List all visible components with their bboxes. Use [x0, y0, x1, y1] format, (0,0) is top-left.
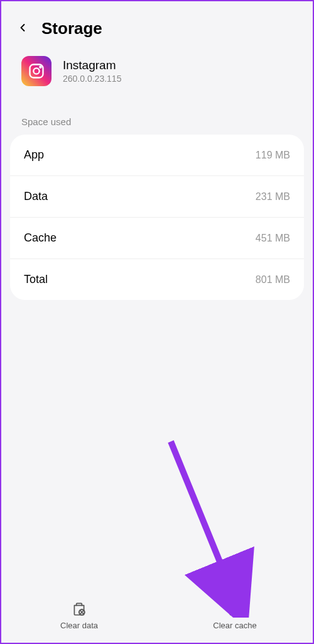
- page-title: Storage: [41, 19, 102, 38]
- row-value: 801 MB: [256, 274, 290, 286]
- clear-data-button[interactable]: Clear data: [1, 601, 157, 630]
- header: Storage: [1, 1, 313, 51]
- app-info: Instagram 260.0.0.23.115: [1, 51, 313, 101]
- row-value: 119 MB: [256, 150, 290, 161]
- storage-card: App 119 MB Data 231 MB Cache 451 MB Tota…: [10, 135, 304, 300]
- back-button[interactable]: [16, 19, 29, 38]
- instagram-icon: [21, 56, 51, 86]
- row-value: 231 MB: [256, 191, 290, 203]
- bottom-bar: Clear data Clear cache: [1, 592, 313, 643]
- section-label: Space used: [1, 101, 313, 135]
- svg-point-2: [40, 66, 41, 67]
- app-version: 260.0.0.23.115: [63, 74, 121, 84]
- row-cache: Cache 451 MB: [10, 218, 304, 259]
- trash-data-icon: [71, 601, 87, 617]
- svg-point-1: [33, 68, 39, 74]
- app-name: Instagram: [63, 58, 121, 72]
- row-label: Data: [24, 190, 48, 203]
- clear-data-label: Clear data: [60, 621, 98, 630]
- row-data: Data 231 MB: [10, 176, 304, 218]
- clear-cache-label: Clear cache: [213, 621, 256, 630]
- camera-icon: [28, 62, 45, 80]
- chevron-left-icon: [16, 21, 29, 34]
- trash-cache-icon: [227, 601, 243, 617]
- row-label: App: [24, 148, 44, 162]
- row-app: App 119 MB: [10, 135, 304, 176]
- row-label: Total: [24, 273, 48, 286]
- row-total: Total 801 MB: [10, 259, 304, 300]
- clear-cache-button[interactable]: Clear cache: [157, 601, 313, 630]
- row-label: Cache: [24, 231, 57, 245]
- row-value: 451 MB: [256, 233, 290, 244]
